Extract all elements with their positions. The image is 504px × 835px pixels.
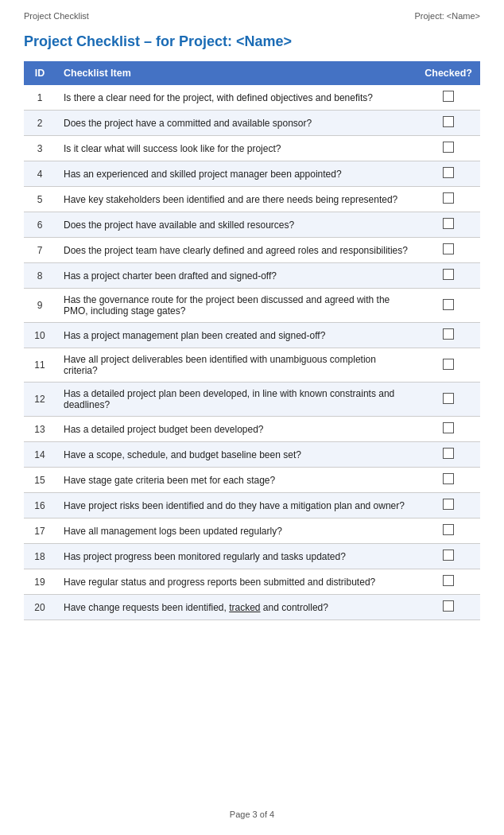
row-item: Has a project charter been drafted and s… bbox=[56, 263, 417, 289]
row-id: 10 bbox=[24, 323, 56, 348]
checkbox[interactable] bbox=[443, 142, 454, 153]
table-row: 19Have regular status and progress repor… bbox=[24, 569, 480, 595]
row-id: 12 bbox=[24, 383, 56, 417]
row-item: Have regular status and progress reports… bbox=[56, 569, 417, 595]
row-item: Have stage gate criteria been met for ea… bbox=[56, 468, 417, 493]
row-item: Has project progress been monitored regu… bbox=[56, 544, 417, 569]
col-header-id: ID bbox=[24, 61, 56, 85]
row-id: 6 bbox=[24, 212, 56, 238]
checkbox[interactable] bbox=[443, 299, 454, 310]
page-header: Project Checklist Project: <Name> bbox=[0, 0, 504, 27]
checkbox[interactable] bbox=[443, 328, 454, 340]
row-item: Does the project have available and skil… bbox=[56, 212, 417, 238]
row-id: 14 bbox=[24, 442, 56, 468]
row-checkbox-cell[interactable] bbox=[417, 136, 480, 161]
row-item: Does the project have a committed and av… bbox=[56, 111, 417, 136]
checkbox[interactable] bbox=[443, 499, 454, 510]
checkbox[interactable] bbox=[443, 393, 454, 404]
row-id: 3 bbox=[24, 136, 56, 161]
row-checkbox-cell[interactable] bbox=[417, 544, 480, 569]
row-item: Is there a clear need for the project, w… bbox=[56, 85, 417, 111]
checkbox[interactable] bbox=[443, 116, 454, 127]
row-checkbox-cell[interactable] bbox=[417, 111, 480, 136]
checklist-table-wrapper: ID Checklist Item Checked? 1Is there a c… bbox=[0, 61, 504, 620]
page-number: Page 3 of 4 bbox=[230, 810, 274, 819]
table-row: 5Have key stakeholders been identified a… bbox=[24, 187, 480, 212]
row-id: 16 bbox=[24, 493, 56, 518]
row-checkbox-cell[interactable] bbox=[417, 468, 480, 493]
page-footer: Page 3 of 4 bbox=[0, 810, 504, 819]
checkbox[interactable] bbox=[443, 192, 454, 204]
row-item: Has a project management plan been creat… bbox=[56, 323, 417, 348]
header-left: Project Checklist bbox=[24, 11, 89, 21]
header-right: Project: <Name> bbox=[414, 11, 480, 21]
table-row: 8Has a project charter been drafted and … bbox=[24, 263, 480, 289]
checkbox[interactable] bbox=[443, 575, 454, 586]
checkbox[interactable] bbox=[443, 243, 454, 254]
table-row: 14Have a scope, schedule, and budget bas… bbox=[24, 442, 480, 468]
row-id: 9 bbox=[24, 289, 56, 323]
row-checkbox-cell[interactable] bbox=[417, 161, 480, 187]
table-row: 6Does the project have available and ski… bbox=[24, 212, 480, 238]
row-id: 15 bbox=[24, 468, 56, 493]
row-id: 7 bbox=[24, 238, 56, 263]
row-item: Has a detailed project budget been devel… bbox=[56, 417, 417, 442]
row-checkbox-cell[interactable] bbox=[417, 187, 480, 212]
page-title: Project Checklist – for Project: <Name> bbox=[24, 33, 480, 50]
row-checkbox-cell[interactable] bbox=[417, 569, 480, 595]
row-checkbox-cell[interactable] bbox=[417, 212, 480, 238]
table-row: 4Has an experienced and skilled project … bbox=[24, 161, 480, 187]
row-id: 8 bbox=[24, 263, 56, 289]
row-checkbox-cell[interactable] bbox=[417, 383, 480, 417]
table-row: 9Has the governance route for the projec… bbox=[24, 289, 480, 323]
table-row: 16Have project risks been identified and… bbox=[24, 493, 480, 518]
table-row: 18Has project progress been monitored re… bbox=[24, 544, 480, 569]
table-row: 15Have stage gate criteria been met for … bbox=[24, 468, 480, 493]
checkbox[interactable] bbox=[443, 524, 454, 535]
table-row: 2Does the project have a committed and a… bbox=[24, 111, 480, 136]
checkbox[interactable] bbox=[443, 422, 454, 433]
row-checkbox-cell[interactable] bbox=[417, 238, 480, 263]
checkbox[interactable] bbox=[443, 473, 454, 484]
row-item: Does the project team have clearly defin… bbox=[56, 238, 417, 263]
row-id: 5 bbox=[24, 187, 56, 212]
row-item: Have change requests been identified, tr… bbox=[56, 595, 417, 620]
row-id: 18 bbox=[24, 544, 56, 569]
row-item: Have all project deliverables been ident… bbox=[56, 348, 417, 383]
row-item: Has the governance route for the project… bbox=[56, 289, 417, 323]
row-item: Have project risks been identified and d… bbox=[56, 493, 417, 518]
row-id: 11 bbox=[24, 348, 56, 383]
checkbox[interactable] bbox=[443, 448, 454, 459]
table-row: 11Have all project deliverables been ide… bbox=[24, 348, 480, 383]
checkbox[interactable] bbox=[443, 269, 454, 280]
checkbox[interactable] bbox=[443, 359, 454, 370]
row-checkbox-cell[interactable] bbox=[417, 323, 480, 348]
row-checkbox-cell[interactable] bbox=[417, 595, 480, 620]
row-checkbox-cell[interactable] bbox=[417, 289, 480, 323]
checkbox[interactable] bbox=[443, 550, 454, 561]
row-checkbox-cell[interactable] bbox=[417, 348, 480, 383]
row-id: 2 bbox=[24, 111, 56, 136]
row-id: 1 bbox=[24, 85, 56, 111]
row-checkbox-cell[interactable] bbox=[417, 442, 480, 468]
table-row: 7Does the project team have clearly defi… bbox=[24, 238, 480, 263]
table-row: 13Has a detailed project budget been dev… bbox=[24, 417, 480, 442]
row-checkbox-cell[interactable] bbox=[417, 417, 480, 442]
table-row: 17Have all management logs been updated … bbox=[24, 518, 480, 544]
row-item: Is it clear what will success look like … bbox=[56, 136, 417, 161]
row-item: Has an experienced and skilled project m… bbox=[56, 161, 417, 187]
row-id: 13 bbox=[24, 417, 56, 442]
row-checkbox-cell[interactable] bbox=[417, 85, 480, 111]
row-checkbox-cell[interactable] bbox=[417, 263, 480, 289]
title-section: Project Checklist – for Project: <Name> bbox=[0, 27, 504, 61]
col-header-checked: Checked? bbox=[417, 61, 480, 85]
checkbox[interactable] bbox=[443, 91, 454, 102]
checkbox[interactable] bbox=[443, 600, 454, 612]
table-row: 12Has a detailed project plan been devel… bbox=[24, 383, 480, 417]
row-checkbox-cell[interactable] bbox=[417, 518, 480, 544]
table-row: 1Is there a clear need for the project, … bbox=[24, 85, 480, 111]
checkbox[interactable] bbox=[443, 167, 454, 178]
checkbox[interactable] bbox=[443, 218, 454, 229]
table-row: 20Have change requests been identified, … bbox=[24, 595, 480, 620]
row-checkbox-cell[interactable] bbox=[417, 493, 480, 518]
